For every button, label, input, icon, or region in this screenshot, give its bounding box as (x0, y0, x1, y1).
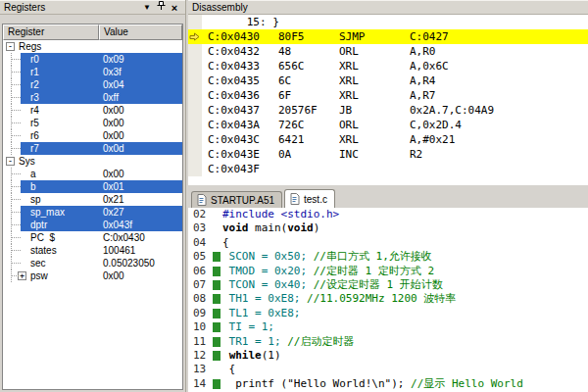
document-icon (197, 194, 207, 206)
disassembly-line-c-0x043f[interactable]: C:0x043F (188, 162, 588, 176)
register-row-sys[interactable]: -Sys (3, 155, 182, 168)
register-value: 0x01 (103, 180, 124, 193)
line-number: 11 (188, 335, 212, 349)
code-line-10[interactable]: 10 TI = 1; (188, 320, 588, 334)
registers-title: Registers (4, 2, 140, 13)
code-line-07[interactable]: 07 TCON = 0x40; //设定定时器 1 开始计数 (188, 278, 588, 292)
code-segment-sfr: TMOD = 0x20; (222, 265, 314, 277)
disassembly-line-c-0x0436[interactable]: C:0x04366FXRLA,R7 (188, 88, 588, 103)
register-name: r6 (30, 129, 39, 142)
disassembly-line-c-0x0435[interactable]: C:0x04356CXRLA,R4 (188, 74, 588, 88)
disassembly-line-c-0x043c[interactable]: C:0x043C6421XRLA,#0x21 (188, 132, 588, 147)
code-line-14[interactable]: 14 printf ("Hello World!\n"); //显示 Hello… (188, 377, 588, 391)
code-line-06[interactable]: 06 TMOD = 0x20; //定时器 1 定时方式 2 (188, 265, 588, 278)
tab-test-c[interactable]: test.c (284, 189, 335, 208)
register-row-states[interactable]: states100461 (3, 244, 182, 257)
registers-pane: Registers ▼ × Register Value -Regsr00x09… (0, 0, 186, 392)
disassembly-line-c-0x043e[interactable]: C:0x043E0AINCR2 (188, 147, 588, 162)
code-line-09[interactable]: 09 TL1 = 0xE8; (188, 307, 588, 320)
line-number: 08 (188, 292, 212, 306)
disassembly-source-line[interactable]: 15: } (188, 15, 588, 29)
code-line-04[interactable]: 04{ (188, 236, 588, 250)
line-number: 13 (188, 363, 212, 376)
collapse-icon[interactable]: - (6, 157, 15, 166)
code-line-13[interactable]: 13 { (188, 363, 588, 376)
pin-button[interactable] (154, 2, 168, 14)
coverage-marker-column[interactable] (212, 363, 222, 376)
register-row-psw[interactable]: +psw0x00 (3, 270, 182, 282)
instruction-operands: C:0427 (410, 29, 588, 44)
coverage-marker-column[interactable] (212, 278, 222, 292)
close-button[interactable]: × (168, 2, 181, 14)
code-line-03[interactable]: 03void main(void) (188, 221, 588, 235)
code-segment-plain: ) (314, 221, 320, 234)
register-row-r3[interactable]: r30xff (3, 91, 182, 104)
register-row-sec[interactable]: sec0.05023050 (3, 257, 182, 270)
coverage-marker-column[interactable] (212, 265, 222, 278)
register-name: r1 (30, 66, 39, 78)
register-value: 0x00 (103, 129, 124, 142)
register-row-sp-max[interactable]: sp_max0x27 (3, 206, 182, 219)
disassembly-line-c-0x0430[interactable]: C:0x043080F5SJMPC:0427 (188, 29, 588, 44)
coverage-marker-column[interactable] (212, 236, 222, 250)
keil-debugger-window: Registers ▼ × Register Value -Regsr00x09… (0, 0, 588, 392)
instruction-pointer-margin (188, 29, 202, 44)
coverage-marker-column[interactable] (212, 320, 222, 334)
coverage-marker-column[interactable] (212, 221, 222, 235)
register-row-regs[interactable]: -Regs (3, 40, 182, 53)
coverage-marker-column[interactable] (212, 349, 222, 363)
register-row-sp[interactable]: sp0x21 (3, 193, 182, 206)
code-segment-comment: //11.0592MHz 1200 波特率 (307, 292, 456, 305)
window-menu-button[interactable]: ▼ (140, 2, 154, 14)
instruction-pointer-margin (188, 59, 202, 74)
code-line-05[interactable]: 05 SCON = 0x50; //串口方式 1,允许接收 (188, 250, 588, 264)
disassembly-line-c-0x0437[interactable]: C:0x043720576FJB0x2A.7,C:04A9 (188, 103, 588, 118)
coverage-marker-column[interactable] (212, 292, 222, 306)
collapse-icon[interactable]: - (6, 42, 15, 51)
coverage-marker-column[interactable] (212, 307, 222, 320)
disassembly-line-c-0x043a[interactable]: C:0x043A726CORLC,0x2D.4 (188, 118, 588, 132)
instruction-operands: A,#0x21 (410, 132, 588, 147)
disassembly-line-c-0x0432[interactable]: C:0x043248ORLA,R0 (188, 44, 588, 59)
register-name: psw (30, 270, 48, 282)
register-row-b[interactable]: b0x01 (3, 180, 182, 193)
line-number: 04 (188, 236, 212, 250)
coverage-marker-column[interactable] (212, 377, 222, 391)
register-row-r6[interactable]: r60x00 (3, 129, 182, 142)
tab-startup-a51[interactable]: STARTUP.A51 (191, 191, 282, 208)
expand-icon[interactable]: + (18, 271, 26, 280)
instruction-address: C:0x043A (202, 118, 278, 132)
disassembly-title: Disassembly (192, 2, 584, 13)
code-text: TI = 1; (222, 320, 588, 334)
tab-label: STARTUP.A51 (211, 195, 274, 206)
code-line-08[interactable]: 08 TH1 = 0xE8; //11.0592MHz 1200 波特率 (188, 292, 588, 306)
instruction-bytes: 6F (278, 88, 339, 103)
register-row-r4[interactable]: r40x00 (3, 104, 182, 117)
register-row-r2[interactable]: r20x04 (3, 78, 182, 91)
registers-titlebar[interactable]: Registers ▼ × (0, 0, 185, 15)
register-row-pc[interactable]: PC $C:0x0430 (3, 231, 182, 244)
register-row-r7[interactable]: r70x0d (3, 142, 182, 155)
instruction-pointer-margin (188, 132, 202, 147)
register-row-r1[interactable]: r10x3f (3, 66, 182, 78)
register-row-dptr[interactable]: dptr0x043f (3, 219, 182, 231)
coverage-marker-column[interactable] (212, 208, 222, 221)
disassembly-line-c-0x0433[interactable]: C:0x0433656CXRLA,0x6C (188, 59, 588, 74)
instruction-mnemonic: XRL (339, 74, 410, 88)
code-text: { (222, 236, 588, 250)
code-text: TH1 = 0xE8; //11.0592MHz 1200 波特率 (222, 292, 588, 306)
register-row-r0[interactable]: r00x09 (3, 53, 182, 66)
coverage-marker-column[interactable] (212, 250, 222, 264)
disassembly-titlebar[interactable]: Disassembly (188, 0, 588, 15)
register-column-header[interactable]: Register (3, 24, 99, 40)
coverage-marker-column[interactable] (212, 335, 222, 349)
code-line-12[interactable]: 12 while(1) (188, 349, 588, 363)
code-line-02[interactable]: 02#include <stdio.h> (188, 208, 588, 221)
code-line-11[interactable]: 11 TR1 = 1; //启动定时器 (188, 335, 588, 349)
value-column-header[interactable]: Value (99, 24, 182, 40)
source-line-text: 15: } (202, 15, 279, 29)
instruction-mnemonic: ORL (339, 118, 410, 132)
instruction-mnemonic: ORL (339, 44, 410, 59)
register-row-r5[interactable]: r50x00 (3, 117, 182, 129)
register-row-a[interactable]: a0x00 (3, 168, 182, 180)
